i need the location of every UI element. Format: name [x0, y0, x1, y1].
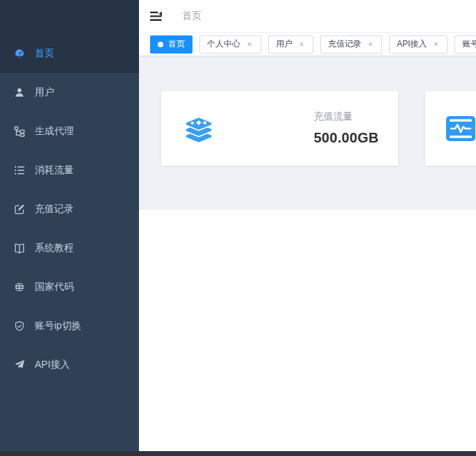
tab-label: 充值记录 [328, 38, 361, 50]
breadcrumb: 首页 [182, 10, 202, 22]
sidebar-item-label: 账号ip切换 [35, 320, 81, 332]
sidebar-item-account-ip-switch[interactable]: 账号ip切换 [0, 307, 139, 345]
cards-row: 充值流量500.00GB [139, 56, 476, 165]
stat-card-title: 充值流量 [313, 111, 379, 123]
dashboard-icon [14, 48, 25, 59]
sidebar-item-label: 用户 [35, 86, 54, 99]
sidebar-top [0, 0, 139, 34]
shield-check-icon [14, 320, 25, 332]
sidebar-menu: 首页用户生成代理消耗流量充值记录系统教程国家代码账号ip切换API接入 [0, 34, 139, 384]
horizontal-scrollbar[interactable] [0, 451, 476, 456]
active-tab-dot [158, 42, 163, 47]
stat-card-partial-card [425, 91, 476, 165]
sidebar-item-country-codes[interactable]: 国家代码 [0, 268, 139, 307]
navbar: 首页 [139, 0, 476, 33]
tab-account-ip-switch[interactable]: 账号ip切换× [454, 35, 476, 54]
sidebar-item-consumed-traffic[interactable]: 消耗流量 [0, 151, 139, 190]
monitor-icon [446, 116, 475, 141]
app-window: 首页用户生成代理消耗流量充值记录系统教程国家代码账号ip切换API接入 首页 首… [0, 0, 476, 456]
globe-icon [14, 282, 25, 293]
sidebar: 首页用户生成代理消耗流量充值记录系统教程国家代码账号ip切换API接入 [0, 0, 139, 456]
tab-label: 账号ip切换 [462, 38, 476, 50]
tab-label: API接入 [397, 38, 427, 50]
content-area: 充值流量500.00GB [139, 56, 476, 210]
main-column: 首页 首页个人中心×用户×充值记录×API接入×账号ip切换× 充值流量500.… [139, 0, 476, 456]
tab-label: 首页 [168, 38, 185, 50]
tab-recharge-records[interactable]: 充值记录× [320, 35, 382, 54]
close-icon[interactable]: × [245, 40, 254, 49]
tab-label: 用户 [276, 38, 293, 50]
edit-icon [14, 204, 25, 215]
layers-icon [182, 112, 215, 145]
sidebar-item-label: 国家代码 [35, 281, 74, 293]
sidebar-item-system-tutorial[interactable]: 系统教程 [0, 229, 139, 268]
tree-icon [14, 126, 25, 137]
tab-profile[interactable]: 个人中心× [199, 35, 261, 54]
sidebar-item-label: 生成代理 [35, 125, 74, 138]
tab-home[interactable]: 首页 [150, 35, 192, 54]
sidebar-item-label: 首页 [35, 47, 54, 60]
stat-card-description: 充值流量500.00GB [313, 111, 379, 146]
sidebar-item-generate-proxy[interactable]: 生成代理 [0, 112, 139, 151]
stat-card-recharge-traffic: 充值流量500.00GB [161, 91, 398, 165]
close-icon[interactable]: × [297, 40, 306, 49]
close-icon[interactable]: × [432, 40, 440, 49]
tab-label: 个人中心 [207, 38, 240, 50]
book-icon [14, 243, 25, 254]
page-background [139, 210, 476, 456]
sidebar-item-label: 充值记录 [35, 203, 74, 215]
user-icon [14, 87, 25, 98]
tab-api-access[interactable]: API接入× [389, 35, 448, 54]
sidebar-item-api-access[interactable]: API接入 [0, 345, 139, 384]
paper-plane-icon [14, 359, 25, 370]
sidebar-item-home[interactable]: 首页 [0, 34, 139, 73]
list-icon [14, 165, 25, 176]
sidebar-fold-icon[interactable] [150, 10, 164, 22]
sidebar-item-label: 系统教程 [35, 242, 74, 254]
sidebar-item-label: API接入 [35, 359, 70, 371]
tab-users[interactable]: 用户× [268, 35, 313, 54]
sidebar-item-recharge-records[interactable]: 充值记录 [0, 190, 139, 229]
sidebar-item-users[interactable]: 用户 [0, 73, 139, 112]
tab-bar: 首页个人中心×用户×充值记录×API接入×账号ip切换× [139, 33, 476, 56]
close-icon[interactable]: × [366, 40, 375, 49]
stat-card-value: 500.00GB [313, 130, 379, 146]
sidebar-item-label: 消耗流量 [35, 164, 74, 177]
